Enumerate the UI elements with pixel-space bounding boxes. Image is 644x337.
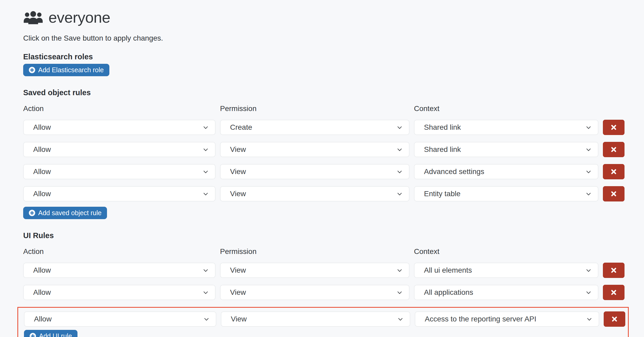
page-title: everyone: [48, 8, 110, 26]
remove-rule-button[interactable]: [603, 186, 625, 201]
plus-circle-icon: [29, 67, 35, 73]
add-saved-object-rule-button[interactable]: Add saved object rule: [23, 207, 107, 219]
role-permissions-page: everyone Click on the Save button to app…: [0, 0, 644, 337]
chevron-down-icon: [396, 146, 403, 153]
permission-select-value: View: [230, 288, 396, 297]
permission-select-value: View: [230, 145, 396, 154]
action-select[interactable]: Allow: [23, 164, 216, 179]
context-select-value: Entity table: [424, 190, 585, 198]
action-select[interactable]: Allow: [23, 120, 216, 135]
chevron-down-icon: [396, 267, 403, 274]
x-icon: [610, 124, 617, 131]
rule-row: Allow View All ui elements: [23, 263, 644, 278]
add-elasticsearch-role-label: Add Elasticsearch role: [38, 66, 104, 74]
chevron-down-icon: [396, 168, 403, 175]
action-select-value: Allow: [33, 266, 202, 275]
highlighted-rule-list: Allow View Access to the reporting serve…: [24, 311, 626, 327]
chevron-down-icon: [203, 316, 210, 323]
add-elasticsearch-role-button[interactable]: Add Elasticsearch role: [23, 64, 109, 76]
rule-row: Allow Create Shared link: [23, 120, 644, 135]
save-hint-text: Click on the Save button to apply change…: [23, 34, 644, 42]
rule-row: Allow View All applications: [23, 285, 644, 300]
remove-rule-button[interactable]: [604, 311, 625, 327]
x-icon: [610, 168, 617, 175]
context-select[interactable]: All applications: [414, 285, 598, 300]
highlighted-rule-group: Allow View Access to the reporting serve…: [17, 307, 629, 337]
remove-rule-button[interactable]: [603, 164, 625, 179]
chevron-down-icon: [202, 146, 209, 153]
add-saved-object-rule-label: Add saved object rule: [38, 209, 101, 217]
ui-rules-column-headers: Action Permission Context: [23, 247, 644, 256]
permission-select[interactable]: View: [220, 263, 409, 278]
action-select[interactable]: Allow: [24, 311, 216, 327]
action-select-value: Allow: [33, 123, 202, 132]
remove-rule-button[interactable]: [603, 120, 625, 135]
column-header-action: Action: [23, 104, 216, 113]
column-header-permission: Permission: [220, 104, 409, 113]
add-ui-rule-label: Add UI rule: [39, 332, 72, 337]
context-select[interactable]: Access to the reporting server API: [415, 311, 599, 327]
ui-rules-heading: UI Rules: [23, 231, 644, 240]
action-select-value: Allow: [34, 315, 203, 323]
x-icon: [610, 267, 617, 274]
plus-circle-icon: [29, 210, 35, 216]
action-select[interactable]: Allow: [23, 142, 216, 157]
action-select-value: Allow: [33, 145, 202, 154]
remove-rule-button[interactable]: [603, 285, 625, 300]
chevron-down-icon: [585, 190, 592, 198]
action-select-value: Allow: [33, 190, 202, 198]
chevron-down-icon: [396, 190, 403, 198]
permission-select[interactable]: View: [220, 164, 409, 179]
permission-select-value: View: [230, 167, 396, 176]
permission-select[interactable]: Create: [220, 120, 409, 135]
x-icon: [611, 315, 618, 323]
rule-row: Allow View Access to the reporting serve…: [24, 311, 626, 327]
action-select[interactable]: Allow: [23, 285, 216, 300]
context-select[interactable]: All ui elements: [414, 263, 598, 278]
permission-select[interactable]: View: [220, 186, 409, 201]
chevron-down-icon: [585, 267, 592, 274]
column-header-context: Context: [414, 104, 598, 113]
page-header: everyone: [24, 8, 644, 26]
saved-object-rules-column-headers: Action Permission Context: [23, 104, 644, 113]
remove-rule-button[interactable]: [603, 142, 625, 157]
context-select[interactable]: Shared link: [414, 120, 598, 135]
saved-object-rules-heading: Saved object rules: [23, 88, 644, 97]
permission-select[interactable]: View: [220, 285, 409, 300]
context-select[interactable]: Entity table: [414, 186, 598, 201]
context-select-value: Shared link: [424, 145, 585, 154]
chevron-down-icon: [586, 316, 593, 323]
x-icon: [610, 289, 617, 296]
column-header-permission: Permission: [220, 247, 409, 256]
chevron-down-icon: [202, 267, 209, 274]
permission-select[interactable]: View: [220, 142, 409, 157]
permission-select-value: View: [231, 315, 397, 323]
ui-rules-list: Allow View All ui elements Allow: [23, 263, 644, 300]
rule-row: Allow View Shared link: [23, 142, 644, 157]
context-select-value: Access to the reporting server API: [425, 315, 586, 323]
x-icon: [610, 146, 617, 153]
context-select[interactable]: Shared link: [414, 142, 598, 157]
permission-select-value: View: [230, 266, 396, 275]
chevron-down-icon: [202, 168, 209, 175]
chevron-down-icon: [585, 289, 592, 296]
permission-select[interactable]: View: [221, 311, 410, 327]
permission-select-value: View: [230, 190, 396, 198]
chevron-down-icon: [202, 190, 209, 198]
chevron-down-icon: [202, 289, 209, 296]
chevron-down-icon: [585, 146, 592, 153]
action-select[interactable]: Allow: [23, 186, 216, 201]
chevron-down-icon: [585, 168, 592, 175]
chevron-down-icon: [396, 124, 403, 131]
context-select-value: All ui elements: [424, 266, 585, 275]
action-select[interactable]: Allow: [23, 263, 216, 278]
permission-select-value: Create: [230, 123, 396, 132]
context-select[interactable]: Advanced settings: [414, 164, 598, 179]
chevron-down-icon: [202, 124, 209, 131]
elasticsearch-roles-heading: Elasticsearch roles: [23, 52, 644, 61]
rule-row: Allow View Advanced settings: [23, 164, 644, 179]
remove-rule-button[interactable]: [603, 263, 625, 278]
add-ui-rule-button[interactable]: Add UI rule: [24, 330, 77, 337]
rule-row: Allow View Entity table: [23, 186, 644, 201]
chevron-down-icon: [397, 316, 404, 323]
